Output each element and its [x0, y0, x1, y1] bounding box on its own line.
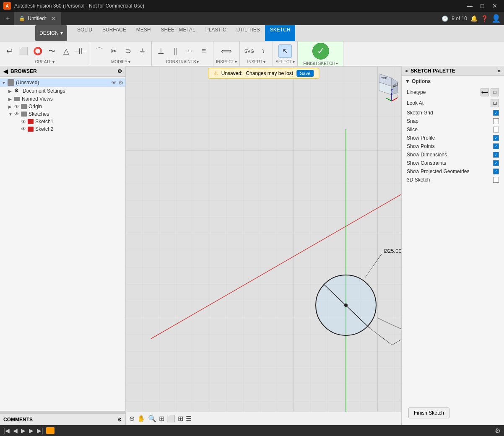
slice-checkbox[interactable] — [493, 127, 499, 132]
visibility-icon[interactable]: 👁 — [112, 80, 117, 86]
browser-item-sketch2[interactable]: 👁 Sketch2 — [0, 125, 125, 133]
finish-sketch-icon-button[interactable]: ✓ — [312, 43, 329, 60]
design-dropdown-icon: ▾ — [60, 30, 63, 36]
file-tab[interactable]: 🔒 Untitled* ✕ — [14, 12, 61, 25]
zoom-window-button[interactable]: ⊞ — [159, 415, 164, 423]
select-button[interactable]: ↖ — [278, 44, 292, 58]
rectangle-tool-button[interactable]: ⬜ — [17, 44, 30, 58]
linetype-btn2[interactable]: □ — [491, 88, 499, 96]
offset-button[interactable]: ⊃ — [121, 44, 135, 58]
fillet-button[interactable]: ⌒ — [93, 44, 106, 58]
constraint1-button[interactable]: ⊥ — [154, 44, 168, 58]
sketch1-visibility-icon[interactable]: 👁 — [21, 119, 26, 125]
polygon-tool-button[interactable]: △ — [60, 44, 73, 58]
show-dimensions-checkbox[interactable] — [493, 152, 499, 158]
tab-close-button[interactable]: ✕ — [51, 15, 56, 22]
navigate-button[interactable]: ⊕ — [129, 415, 135, 423]
linetype-btn1[interactable]: ⟵ — [481, 88, 489, 96]
inspect-button[interactable]: ⟺ — [220, 44, 233, 58]
canvas-area[interactable]: ⚠ Unsaved: Changes may be lost Save — [126, 66, 401, 425]
item-settings-icon[interactable]: ⚙ — [118, 79, 124, 86]
constraint3-button[interactable]: ↔ — [183, 44, 196, 58]
browser-item-sketches[interactable]: ▼ 👁 Sketches — [0, 110, 125, 118]
unsaved-detail: Changes may be lost — [246, 70, 293, 76]
dxf-insert-button[interactable]: ⤵ — [257, 44, 270, 58]
browser-item-document-settings[interactable]: ▶ ⚙ Document Settings — [0, 87, 125, 95]
status-bar: |◀ ◀ ▶ ▶ ▶| ⚙ — [0, 425, 504, 436]
svg-rect-2 — [126, 66, 401, 425]
tree-arrow-sketches: ▼ — [8, 112, 14, 117]
palette-pin-icon[interactable]: ● — [405, 68, 408, 74]
palette-expand-icon[interactable]: » — [498, 68, 501, 74]
next-end-button[interactable]: ▶| — [37, 427, 43, 434]
create-icons: ↩ ⬜ ⭕ 〜 △ ⊣⊢ — [3, 43, 87, 59]
3d-sketch-label: 3D Sketch — [407, 177, 493, 183]
sketch2-visibility-icon[interactable]: 👁 — [21, 126, 26, 132]
tab-solid[interactable]: SOLID — [72, 25, 97, 41]
prev-start-button[interactable]: |◀ — [3, 427, 10, 434]
tab-sheet-metal[interactable]: SHEET METAL — [156, 25, 200, 41]
close-button[interactable]: ✕ — [489, 2, 501, 10]
tab-plastic[interactable]: PLASTIC — [200, 25, 231, 41]
user-avatar[interactable]: 👤 — [491, 14, 501, 23]
browser-collapse-icon[interactable]: ◀ — [3, 68, 8, 75]
modify-label: MODIFY ▾ — [111, 60, 130, 64]
browser-settings-icon[interactable]: ⚙ — [117, 68, 122, 74]
origin-folder-icon — [21, 104, 27, 109]
finish-sketch-button[interactable]: Finish Sketch — [408, 407, 449, 418]
zoom-fit-button[interactable]: 🔍 — [148, 415, 156, 423]
display-settings-button[interactable]: ⬜ — [167, 415, 175, 423]
browser-item-unsaved[interactable]: ▼ (Unsaved) 👁 ⚙ — [0, 78, 125, 87]
browser-item-sketch1[interactable]: 👁 Sketch1 — [0, 118, 125, 125]
svg-insert-button[interactable]: SVG — [242, 44, 256, 58]
help-icon[interactable]: ❓ — [481, 15, 488, 22]
browser-item-sketch1-label: Sketch1 — [35, 119, 53, 125]
minimize-button[interactable]: — — [464, 2, 475, 10]
toolbar-section-modify: ⌒ ✂ ⊃ ⏚ MODIFY ▾ — [90, 42, 152, 66]
tab-sketch[interactable]: SKETCH — [265, 25, 296, 41]
grid-settings-button[interactable]: ⊞ — [178, 415, 183, 423]
settings-icon[interactable]: ⚙ — [495, 427, 501, 435]
view-cube[interactable]: RIGHT TOP Z X — [360, 70, 398, 107]
sketches-visibility-icon[interactable]: 👁 — [14, 111, 19, 117]
constraint2-button[interactable]: ‖ — [169, 44, 182, 58]
play-button[interactable]: ▶ — [21, 427, 26, 434]
design-dropdown-button[interactable]: DESIGN ▾ — [35, 25, 67, 41]
more-settings-button[interactable]: ☰ — [186, 415, 192, 423]
mirror-button[interactable]: ⏚ — [135, 44, 149, 58]
tab-surface[interactable]: SURFACE — [97, 25, 131, 41]
sketch-grid-checkbox[interactable] — [493, 110, 499, 116]
select-dropdown-icon: ▾ — [293, 60, 295, 64]
palette-options-title[interactable]: ▼ Options — [405, 78, 501, 84]
snap-checkbox[interactable] — [493, 118, 499, 124]
origin-visibility-icon[interactable]: 👁 — [14, 104, 19, 109]
3d-sketch-checkbox[interactable] — [493, 177, 499, 183]
show-points-checkbox[interactable] — [493, 143, 499, 149]
scissors-button[interactable]: ✂ — [107, 44, 120, 58]
constraint4-button[interactable]: ≡ — [197, 44, 210, 58]
browser-item-origin[interactable]: ▶ 👁 Origin — [0, 103, 125, 110]
tab-utilities[interactable]: UTILITIES — [231, 25, 265, 41]
pan-button[interactable]: ✋ — [137, 415, 145, 423]
save-button[interactable]: Save — [296, 70, 314, 77]
show-projected-checkbox[interactable] — [493, 169, 499, 174]
trim-tool-button[interactable]: ⊣⊢ — [74, 44, 87, 58]
next-button[interactable]: ▶ — [29, 427, 34, 434]
look-at-button[interactable]: ⊡ — [491, 99, 499, 107]
show-profile-label: Show Profile — [407, 135, 493, 141]
notification-icon[interactable]: 🔔 — [470, 15, 478, 22]
show-constraints-checkbox[interactable] — [493, 160, 499, 166]
palette-row-slice: Slice — [405, 125, 501, 134]
maximize-button[interactable]: □ — [476, 2, 488, 10]
browser-item-named-views[interactable]: ▶ Named Views — [0, 95, 125, 103]
spline-tool-button[interactable]: 〜 — [45, 44, 59, 58]
browser-header: ◀ BROWSER ⚙ — [0, 66, 125, 77]
tab-mesh[interactable]: MESH — [131, 25, 156, 41]
new-tab-button[interactable]: + — [3, 12, 12, 25]
comments-settings-icon[interactable]: ⚙ — [117, 417, 122, 423]
circle-tool-button[interactable]: ⭕ — [31, 44, 44, 58]
browser-item-label: (Unsaved) — [16, 80, 39, 86]
line-tool-button[interactable]: ↩ — [3, 44, 16, 58]
show-profile-checkbox[interactable] — [493, 135, 499, 141]
prev-button[interactable]: ◀ — [13, 427, 18, 434]
